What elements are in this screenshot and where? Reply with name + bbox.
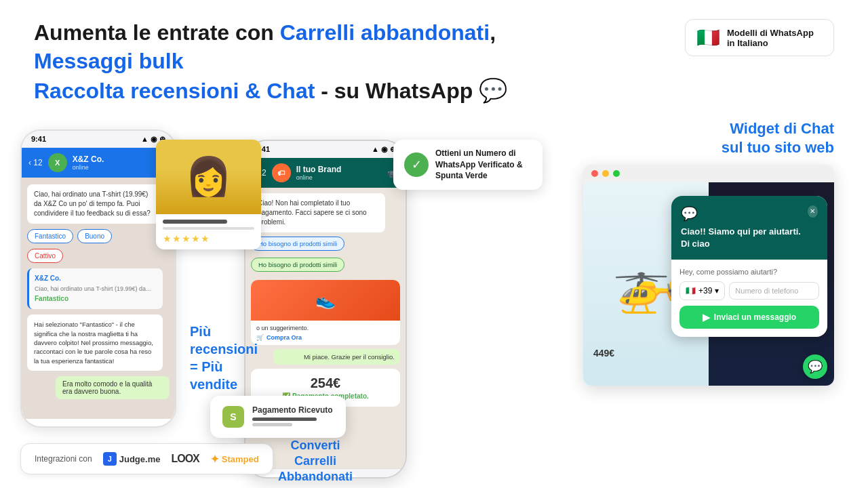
send-button[interactable]: ▶ Inviaci un messaggio: [679, 306, 819, 329]
flag-icon: 🇮🇹: [696, 26, 720, 49]
headline-blue3: Raccolta recensioni & Chat: [34, 79, 315, 103]
stamped-text: Stamped: [222, 454, 259, 464]
price-tag: 449€: [593, 348, 614, 359]
stars: ★★★★★: [163, 233, 254, 244]
wa-float-icon: 💬: [808, 359, 823, 374]
back-icon[interactable]: ‹ 12: [28, 158, 43, 167]
sent-bubble: Era molto comodo e la qualità era davver…: [56, 376, 170, 399]
payment-bars: [252, 418, 333, 426]
bar-dark: [252, 418, 317, 421]
btn-cattivo[interactable]: Cattivo: [27, 249, 63, 263]
prefix-number: +39: [698, 286, 712, 296]
headline-comma: ,: [490, 20, 496, 45]
header-text-center: Il tuo Brand online: [296, 165, 342, 181]
product-note: o un suggerimento.: [256, 325, 395, 331]
suggestion-btn2[interactable]: Ho bisogno di prodotti simili: [251, 258, 344, 272]
chat-popup-body: Hey, come possiamo aiutarti? 🇮🇹 +39 ▾ Nu…: [671, 260, 827, 337]
time-left: 9:41: [31, 135, 46, 143]
headline-blue2: Messaggi bulk: [34, 49, 184, 73]
forwarded-bubble: X&Z Co. Ciao, hai ordinato una T-shirt (…: [27, 268, 163, 310]
close-button[interactable]: ✕: [808, 205, 818, 218]
dot-red[interactable]: [591, 170, 598, 177]
left-phone-section: 9:41 ▲ ◉ ⊕ ‹ 12 X X&Z Co. online 📹 Ciao,…: [20, 119, 176, 428]
country-flag: 🇮🇹: [686, 286, 696, 296]
btn-fantastico[interactable]: Fantastico: [27, 229, 73, 243]
verified-badge: ✓ Ottieni un Numero di WhatsApp Verifica…: [393, 140, 542, 190]
chat-header-center: ‹ 12 🏷 Il tuo Brand online 📹: [245, 158, 406, 188]
response-bubble: Hai selezionato "Fantastico" - il che si…: [27, 314, 163, 370]
product-image: 👟: [251, 280, 400, 321]
review-card-image: 👩: [156, 140, 261, 214]
close-icon: ✕: [810, 207, 815, 215]
payment-card: S Pagamento Ricevuto: [210, 396, 346, 438]
review-card-body: ★★★★★: [156, 214, 261, 249]
phone-input[interactable]: Numero di telefono: [729, 282, 819, 300]
center-sent-bubble: Mi piace. Grazie per il consiglio.: [273, 349, 400, 365]
dot-yellow[interactable]: [602, 170, 609, 177]
brand-name-center: Il tuo Brand: [296, 165, 342, 174]
signal-center: ▲ ◉ ⊕: [372, 145, 396, 154]
plus-icon[interactable]: +: [252, 478, 258, 479]
verified-text: Ottieni un Numero di WhatsApp Verificato…: [435, 148, 523, 182]
emoji-icon[interactable]: 😊: [364, 478, 376, 479]
review-bar-1: [163, 220, 227, 224]
center-chat-bubble1: Ciao! Non hai completato il tuo pagament…: [251, 193, 385, 232]
status-left: online: [73, 164, 104, 171]
chat-popup-message: Ciao!! Siamo qui per aiutarti. Di ciao: [681, 226, 808, 250]
whatsapp-badge[interactable]: 🇮🇹 Modelli di WhatsApp in Italiano: [685, 19, 834, 56]
status-center: online: [296, 174, 342, 181]
phone-prefix[interactable]: 🇮🇹 +39 ▾: [679, 281, 725, 300]
stamped-icon: ✦: [210, 453, 219, 466]
phone-placeholder: Numero di telefono: [735, 287, 798, 295]
review-bar-2: [163, 227, 254, 230]
chat-popup-whatsapp-icon: 💬: [681, 206, 698, 221]
header-text-left: X&Z Co. online: [73, 155, 104, 171]
chat-popup: 💬 Ciao!! Siamo qui per aiutarti. Di ciao…: [671, 196, 827, 337]
browser-bar: [583, 165, 834, 182]
product-card: 👟 o un suggerimento. 🛒 Compra Ora: [251, 280, 400, 345]
product-emoji: 👟: [315, 291, 336, 310]
buy-button[interactable]: 🛒 Compra Ora: [256, 334, 395, 341]
person-emoji: 👩: [185, 158, 232, 195]
chat-message-left: Ciao, hai ordinato una T-shirt (19.99€) …: [34, 190, 151, 217]
chat-buttons-left: Fantastico Buono: [27, 229, 170, 243]
verified-check-icon: ✓: [404, 152, 429, 177]
mic-icon[interactable]: 🎤: [387, 478, 399, 479]
stamped-logo: ✦ Stamped: [210, 453, 259, 466]
chat-popup-header: 💬 Ciao!! Siamo qui per aiutarti. Di ciao…: [671, 196, 827, 260]
whatsapp-float-button[interactable]: 💬: [803, 354, 827, 379]
browser-content: 🚁 🎮 449€ 💬 Ciao!! Siamo qui per aiutarti…: [583, 182, 834, 386]
amount-text: 254€: [311, 375, 341, 390]
badge-text: Modelli di WhatsApp in Italiano: [727, 28, 814, 48]
bar-light: [252, 423, 292, 426]
input-label: Hey, come possiamo aiutarti?: [679, 268, 819, 276]
chat-buttons-row2: Cattivo: [27, 249, 170, 263]
annotation-converti: Converti Carrelli Abbandonati: [278, 438, 353, 485]
payment-info: Pagamento Ricevuto: [252, 405, 333, 428]
drone-icon: 🚁: [612, 252, 680, 316]
phone-row: 🇮🇹 +39 ▾ Numero di telefono: [679, 281, 819, 300]
status-bar-left: 9:41 ▲ ◉ ⊕: [22, 131, 175, 148]
header: Aumenta le entrate con Carrelli abbandon…: [0, 0, 868, 113]
sent-text: Era molto comodo e la qualità era davver…: [62, 380, 152, 395]
headline-text3: - su WhatsApp: [315, 79, 479, 103]
chat-header-left: ‹ 12 X X&Z Co. online 📹: [22, 148, 175, 178]
btn-buono[interactable]: Buono: [77, 229, 112, 243]
suggestion-btn1[interactable]: Ho bisogno di prodotti simili: [251, 237, 344, 251]
headline: Aumenta le entrate con Carrelli abbandon…: [34, 19, 590, 106]
chevron-down-icon: ▾: [715, 286, 719, 296]
chat-bubble-left: Ciao, hai ordinato una T-shirt (19.99€) …: [27, 184, 163, 224]
whatsapp-icon: 💬: [479, 77, 507, 103]
center-phone-section: ✓ Ottieni un Numero di WhatsApp Verifica…: [244, 119, 407, 479]
bubble-name: X&Z Co.: [35, 274, 156, 283]
loox-logo: LOOX: [171, 453, 199, 465]
center-message: Ciao! Non hai completato il tuo pagament…: [258, 199, 367, 226]
brand-name-left: X&Z Co.: [73, 155, 104, 164]
dot-green[interactable]: [613, 170, 620, 177]
integrations-bar: Integrazioni con J Judge.me LOOX ✦ Stamp…: [20, 443, 273, 474]
loox-text: LOOX: [171, 453, 199, 465]
camera-icon[interactable]: 📷: [376, 478, 387, 479]
review-card: 👩 ★★★★★: [156, 140, 261, 249]
judgeme-icon: J: [103, 452, 117, 466]
bubble-sub: Ciao, hai ordinato una T-shirt (19.99€) …: [35, 285, 156, 293]
